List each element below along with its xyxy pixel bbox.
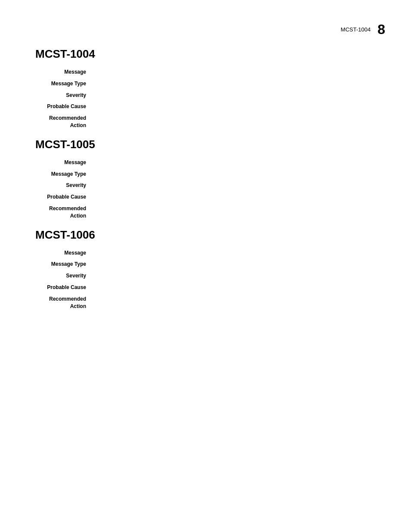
field-value-mcst-1006-3 [91, 284, 377, 291]
field-label-mcst-1006-0: Message [35, 249, 91, 257]
field-label-mcst-1004-4: RecommendedAction [35, 115, 91, 129]
field-value-mcst-1005-1 [91, 171, 377, 178]
field-value-mcst-1006-1 [91, 261, 377, 268]
field-value-mcst-1005-0 [91, 159, 377, 166]
field-row-mcst-1005-probable-cause: Probable Cause [35, 193, 377, 201]
page-header: MCST-1004 8 [341, 22, 385, 36]
header-title: MCST-1004 [341, 26, 371, 33]
field-value-mcst-1004-2 [91, 92, 377, 99]
section-mcst-1006: MCST-1006MessageMessage TypeSeverityProb… [35, 228, 377, 310]
field-value-mcst-1004-3 [91, 103, 377, 110]
field-row-mcst-1005-severity: Severity [35, 182, 377, 189]
section-title-mcst-1006: MCST-1006 [35, 228, 377, 242]
section-mcst-1004: MCST-1004MessageMessage TypeSeverityProb… [35, 47, 377, 129]
field-label-mcst-1005-4: RecommendedAction [35, 205, 91, 220]
field-row-mcst-1005-recommended-action: RecommendedAction [35, 205, 377, 220]
section-title-mcst-1005: MCST-1005 [35, 138, 377, 151]
page-number: 8 [377, 22, 385, 36]
field-label-mcst-1004-2: Severity [35, 92, 91, 99]
field-row-mcst-1006-probable-cause: Probable Cause [35, 284, 377, 291]
field-label-mcst-1004-3: Probable Cause [35, 103, 91, 110]
field-label-mcst-1006-4: RecommendedAction [35, 296, 91, 310]
field-row-mcst-1006-severity: Severity [35, 272, 377, 280]
field-value-mcst-1006-2 [91, 272, 377, 280]
field-label-mcst-1006-1: Message Type [35, 261, 91, 268]
field-value-mcst-1006-0 [91, 249, 377, 257]
field-row-mcst-1004-message: Message [35, 68, 377, 76]
field-value-mcst-1004-0 [91, 68, 377, 76]
field-label-mcst-1006-3: Probable Cause [35, 284, 91, 291]
field-value-mcst-1005-4 [91, 205, 377, 220]
field-row-mcst-1006-message: Message [35, 249, 377, 257]
field-label-mcst-1005-3: Probable Cause [35, 193, 91, 201]
page-content: MCST-1004MessageMessage TypeSeverityProb… [0, 0, 411, 310]
field-value-mcst-1004-4 [91, 115, 377, 129]
field-row-mcst-1004-severity: Severity [35, 92, 377, 99]
field-row-mcst-1006-message-type: Message Type [35, 261, 377, 268]
field-row-mcst-1006-recommended-action: RecommendedAction [35, 296, 377, 310]
field-label-mcst-1004-1: Message Type [35, 80, 91, 87]
section-title-mcst-1004: MCST-1004 [35, 47, 377, 61]
field-label-mcst-1005-2: Severity [35, 182, 91, 189]
field-value-mcst-1004-1 [91, 80, 377, 87]
field-value-mcst-1005-3 [91, 193, 377, 201]
field-row-mcst-1004-recommended-action: RecommendedAction [35, 115, 377, 129]
field-row-mcst-1005-message-type: Message Type [35, 171, 377, 178]
field-label-mcst-1004-0: Message [35, 68, 91, 76]
section-mcst-1005: MCST-1005MessageMessage TypeSeverityProb… [35, 138, 377, 220]
field-label-mcst-1005-1: Message Type [35, 171, 91, 178]
field-value-mcst-1005-2 [91, 182, 377, 189]
field-value-mcst-1006-4 [91, 296, 377, 310]
field-row-mcst-1004-probable-cause: Probable Cause [35, 103, 377, 110]
field-row-mcst-1004-message-type: Message Type [35, 80, 377, 87]
field-label-mcst-1005-0: Message [35, 159, 91, 166]
field-row-mcst-1005-message: Message [35, 159, 377, 166]
field-label-mcst-1006-2: Severity [35, 272, 91, 280]
